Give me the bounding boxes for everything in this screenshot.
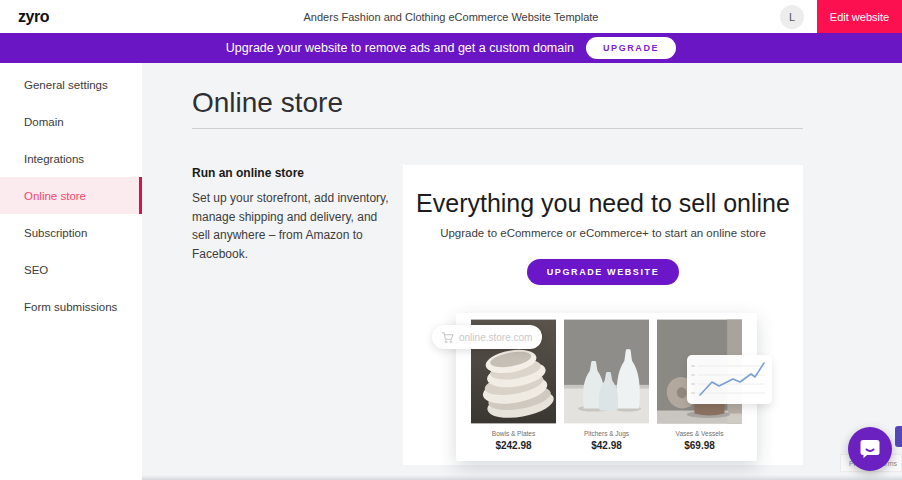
banner-upgrade-button[interactable]: UPGRADE — [586, 37, 676, 59]
online-store-intro: Run an online store Set up your storefro… — [192, 165, 397, 465]
cart-icon — [441, 331, 454, 344]
edit-website-button[interactable]: Edit website — [817, 0, 902, 33]
store-domain-text: online.store.com — [459, 332, 532, 343]
main-content: Online store Run an online store Set up … — [142, 63, 902, 480]
page-body: General settings Domain Integrations Onl… — [0, 63, 902, 480]
widget-side-tab[interactable] — [895, 426, 902, 447]
intro-title: Run an online store — [192, 166, 397, 180]
page-title: Online store — [192, 85, 902, 121]
product-category: Vases & Vessels — [676, 430, 724, 437]
settings-sidebar: General settings Domain Integrations Onl… — [0, 63, 142, 480]
product-tile: Pitchers & Jugs $42.98 — [564, 319, 649, 461]
product-photo-pitchers — [564, 319, 649, 424]
store-domain-pill: online.store.com — [432, 325, 542, 349]
upgrade-banner: Upgrade your website to remove ads and g… — [0, 33, 902, 63]
site-template-title: Anders Fashion and Clothing eCommerce We… — [0, 11, 902, 23]
promo-subheading: Upgrade to eCommerce or eCommerce+ to st… — [403, 227, 803, 239]
sidebar-item-form-submissions[interactable]: Form submissions — [0, 288, 142, 325]
sidebar-item-domain[interactable]: Domain — [0, 103, 142, 140]
intro-description: Set up your storefront, add inventory, m… — [192, 189, 397, 263]
content-row: Run an online store Set up your storefro… — [142, 165, 902, 465]
sidebar-item-subscription[interactable]: Subscription — [0, 214, 142, 251]
title-divider — [192, 128, 803, 129]
chat-bubble-icon — [858, 437, 882, 461]
line-chart-icon — [687, 355, 772, 404]
upgrade-banner-text: Upgrade your website to remove ads and g… — [226, 41, 574, 55]
app-header: zyro Anders Fashion and Clothing eCommer… — [0, 0, 902, 33]
product-price: $242.98 — [495, 440, 531, 451]
chat-launcher-button[interactable] — [848, 427, 892, 471]
product-price: $69.98 — [684, 440, 715, 451]
upgrade-website-button[interactable]: UPGRADE WEBSITE — [527, 259, 680, 285]
sidebar-item-online-store[interactable]: Online store — [0, 177, 142, 214]
sales-mini-chart — [687, 355, 772, 404]
store-preview-illustration: Bowls & Plates $242.98 — [456, 313, 757, 461]
product-price: $42.98 — [591, 440, 622, 451]
ecommerce-promo-panel: Everything you need to sell online Upgra… — [403, 165, 803, 465]
header-actions: L Edit website — [780, 0, 902, 33]
promo-heading: Everything you need to sell online — [403, 189, 803, 218]
product-category: Bowls & Plates — [492, 430, 535, 437]
sidebar-item-integrations[interactable]: Integrations — [0, 140, 142, 177]
sidebar-item-seo[interactable]: SEO — [0, 251, 142, 288]
product-category: Pitchers & Jugs — [584, 430, 629, 437]
sidebar-item-general-settings[interactable]: General settings — [0, 66, 142, 103]
user-avatar[interactable]: L — [780, 5, 804, 29]
